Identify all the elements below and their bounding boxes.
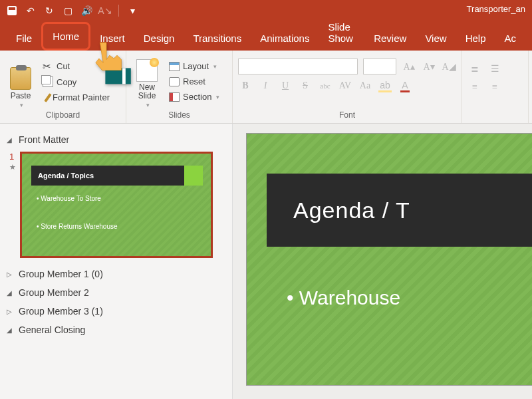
copy-icon bbox=[43, 76, 53, 87]
bullets-icon[interactable]: ≣ bbox=[467, 61, 482, 76]
slide-canvas-area[interactable]: Agenda / T • Warehouse bbox=[233, 124, 532, 399]
tab-slideshow[interactable]: Slide Show bbox=[319, 15, 364, 51]
section-group-member-1[interactable]: ▷Group Member 1 (0) bbox=[4, 265, 228, 283]
section-label: Group Member 1 (0) bbox=[19, 269, 103, 279]
font-family-select[interactable] bbox=[238, 59, 358, 74]
thumb-accent bbox=[184, 166, 203, 186]
tab-transitions[interactable]: Transitions bbox=[184, 26, 251, 51]
qat-separator bbox=[118, 5, 119, 17]
group-clipboard-label: Clipboard bbox=[5, 108, 120, 122]
cut-button[interactable]: ✂Cut bbox=[40, 59, 112, 72]
reset-icon bbox=[169, 77, 180, 86]
format-painter-label: Format Painter bbox=[53, 92, 110, 102]
section-group-member-2[interactable]: ◢Group Member 2 bbox=[4, 283, 228, 302]
expand-icon: ▷ bbox=[7, 308, 15, 315]
align-center-icon[interactable]: ≡ bbox=[487, 80, 502, 94]
font-size-select[interactable] bbox=[363, 59, 396, 74]
format-painter-button[interactable]: Format Painter bbox=[40, 91, 112, 104]
new-slide-button[interactable]: New Slide▾ bbox=[132, 55, 162, 108]
thumb-bullet-1: • Warehouse To Store bbox=[37, 195, 101, 202]
section-label: General Closing bbox=[19, 325, 85, 335]
copy-label: Copy bbox=[57, 77, 76, 87]
expand-icon: ▷ bbox=[7, 271, 15, 278]
strike-button[interactable]: S bbox=[298, 78, 313, 93]
paste-label: Paste bbox=[11, 91, 31, 100]
char-spacing-button[interactable]: AV bbox=[338, 78, 352, 93]
italic-button[interactable]: I bbox=[258, 78, 273, 93]
new-slide-label: New Slide bbox=[138, 83, 156, 100]
paste-icon bbox=[10, 67, 31, 90]
thumb-bullet-2: • Store Returns Warehouse bbox=[37, 223, 118, 230]
cut-icon: ✂ bbox=[43, 61, 53, 71]
redo-icon[interactable]: ↻ bbox=[44, 5, 55, 16]
format-painter-icon bbox=[44, 93, 51, 102]
reset-button[interactable]: Reset bbox=[166, 75, 222, 88]
bold-button[interactable]: B bbox=[238, 78, 253, 93]
tab-home[interactable]: Home bbox=[41, 22, 90, 51]
clear-formatting-qat-icon[interactable]: A↘ bbox=[100, 5, 110, 16]
section-label: Front Matter bbox=[19, 134, 69, 145]
numbering-icon[interactable]: ☰ bbox=[487, 61, 502, 76]
copy-button[interactable]: Copy bbox=[40, 75, 112, 88]
section-general-closing[interactable]: ◢General Closing bbox=[4, 321, 228, 339]
section-button[interactable]: Section▾ bbox=[166, 90, 222, 103]
new-slide-icon bbox=[136, 59, 158, 82]
tab-help[interactable]: Help bbox=[456, 26, 495, 51]
tab-view[interactable]: View bbox=[416, 26, 456, 51]
change-case-button[interactable]: Aa bbox=[358, 78, 372, 93]
save-icon[interactable] bbox=[7, 5, 17, 16]
collapse-icon: ◢ bbox=[7, 289, 15, 297]
increase-font-icon[interactable]: A▴ bbox=[402, 59, 416, 74]
undo-icon[interactable]: ↶ bbox=[25, 5, 36, 16]
section-group-member-3[interactable]: ▷Group Member 3 (1) bbox=[4, 302, 228, 321]
reset-label: Reset bbox=[183, 76, 205, 86]
group-slides: New Slide▾ Layout▾ Reset Section▾ Slides bbox=[126, 51, 233, 123]
clear-formatting-icon[interactable]: A◢ bbox=[442, 59, 456, 74]
layout-button[interactable]: Layout▾ bbox=[166, 60, 222, 72]
quick-access-toolbar: ↶ ↻ ▢ 🔊 A↘ ▾ bbox=[0, 5, 138, 17]
slide-number: 1 bbox=[9, 152, 16, 162]
tab-review[interactable]: Review bbox=[364, 26, 416, 51]
font-color-button[interactable]: A bbox=[398, 78, 412, 93]
start-from-beginning-icon[interactable]: ▢ bbox=[63, 5, 73, 16]
section-front-matter[interactable]: ◢Front Matter bbox=[4, 130, 228, 149]
group-slides-label: Slides bbox=[132, 108, 227, 122]
tab-insert[interactable]: Insert bbox=[90, 26, 134, 51]
tab-design[interactable]: Design bbox=[134, 26, 184, 51]
group-clipboard: Paste▾ ✂Cut Copy Format Painter Clipboar… bbox=[0, 51, 126, 123]
thumb-title: Agenda / Topics bbox=[31, 166, 184, 186]
qat-customize-icon[interactable]: ▾ bbox=[127, 5, 138, 16]
outline-pane[interactable]: ◢Front Matter 1 ★ Agenda / Topics • Ware… bbox=[0, 124, 233, 399]
highlight-button[interactable]: ab bbox=[378, 78, 392, 93]
group-paragraph: ≣ ☰ ≡ ≡ bbox=[462, 51, 529, 123]
tab-animations[interactable]: Animations bbox=[251, 26, 319, 51]
collapse-icon: ◢ bbox=[7, 136, 15, 144]
layout-icon bbox=[169, 62, 180, 71]
tab-acrobat[interactable]: Ac bbox=[495, 26, 525, 51]
slide-thumbnail-1[interactable]: Agenda / Topics • Warehouse To Store • S… bbox=[20, 152, 213, 258]
underline-button[interactable]: U bbox=[278, 78, 293, 93]
workspace: ◢Front Matter 1 ★ Agenda / Topics • Ware… bbox=[0, 124, 532, 399]
collapse-icon: ◢ bbox=[7, 327, 15, 334]
align-left-icon[interactable]: ≡ bbox=[467, 80, 482, 94]
animation-indicator-icon: ★ bbox=[9, 163, 16, 172]
cut-label: Cut bbox=[57, 61, 70, 71]
slide-bullet-1[interactable]: • Warehouse bbox=[287, 287, 400, 309]
shadow-button[interactable]: abc bbox=[318, 78, 332, 93]
group-font: A▴ A▾ A◢ B I U S abc AV Aa ab A Font bbox=[233, 51, 462, 123]
slide-thumbnail-row: 1 ★ Agenda / Topics • Warehouse To Store… bbox=[4, 149, 228, 265]
ribbon-tabs: File Home Insert Design Transitions Anim… bbox=[0, 21, 532, 51]
paste-button[interactable]: Paste▾ bbox=[5, 55, 36, 108]
decrease-font-icon[interactable]: A▾ bbox=[422, 59, 436, 74]
title-bar: ↶ ↻ ▢ 🔊 A↘ ▾ Transporter_an bbox=[0, 0, 532, 21]
section-icon bbox=[169, 92, 180, 102]
group-paragraph-label bbox=[467, 118, 523, 122]
group-font-label: Font bbox=[238, 108, 456, 122]
slide-preview[interactable]: Agenda / T • Warehouse bbox=[246, 133, 532, 386]
tab-file[interactable]: File bbox=[7, 26, 41, 51]
slide-title[interactable]: Agenda / T bbox=[267, 174, 532, 247]
volume-icon[interactable]: 🔊 bbox=[81, 5, 92, 16]
section-label: Section bbox=[183, 92, 211, 102]
layout-label: Layout bbox=[183, 61, 209, 71]
section-label: Group Member 3 (1) bbox=[19, 306, 103, 317]
